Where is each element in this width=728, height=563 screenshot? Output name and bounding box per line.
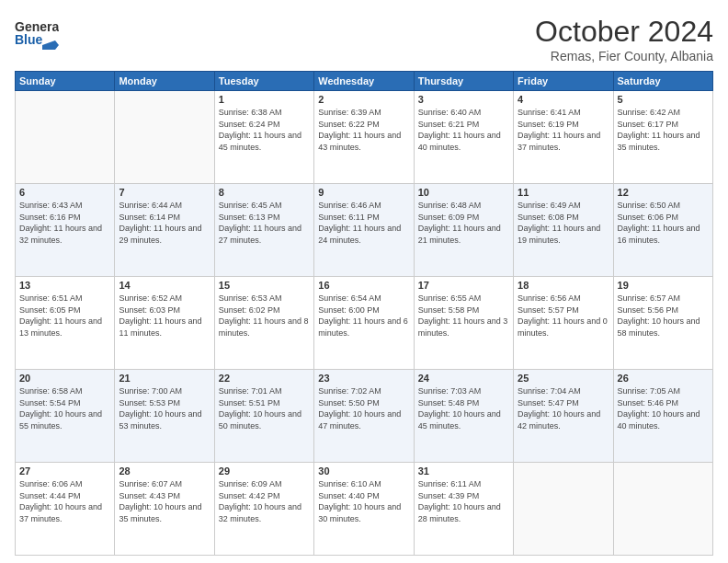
day-number: 7 [119,187,210,198]
calendar-cell: 25Sunrise: 7:04 AM Sunset: 5:47 PM Dayli… [514,370,613,463]
calendar-cell: 7Sunrise: 6:44 AM Sunset: 6:14 PM Daylig… [115,184,214,277]
day-number: 13 [19,280,110,291]
svg-marker-2 [42,40,59,50]
day-number: 23 [318,373,409,384]
day-number: 18 [518,280,609,291]
svg-text:Blue: Blue [15,32,43,47]
calendar-cell: 20Sunrise: 6:58 AM Sunset: 5:54 PM Dayli… [16,370,115,463]
day-info: Sunrise: 6:50 AM Sunset: 6:06 PM Dayligh… [618,200,709,246]
day-number: 25 [518,373,609,384]
calendar-cell: 30Sunrise: 6:10 AM Sunset: 4:40 PM Dayli… [314,463,414,556]
calendar-cell: 28Sunrise: 6:07 AM Sunset: 4:43 PM Dayli… [115,463,214,556]
day-info: Sunrise: 6:43 AM Sunset: 6:16 PM Dayligh… [19,200,110,246]
day-number: 16 [318,280,409,291]
calendar-cell: 31Sunrise: 6:11 AM Sunset: 4:39 PM Dayli… [414,463,513,556]
day-info: Sunrise: 6:11 AM Sunset: 4:39 PM Dayligh… [418,478,509,524]
day-number: 9 [318,187,409,198]
calendar-cell: 17Sunrise: 6:55 AM Sunset: 5:58 PM Dayli… [414,277,513,370]
day-header-sunday: Sunday [16,72,115,91]
calendar-cell: 1Sunrise: 6:38 AM Sunset: 6:24 PM Daylig… [214,91,313,184]
day-number: 1 [219,94,310,105]
calendar-cell: 27Sunrise: 6:06 AM Sunset: 4:44 PM Dayli… [16,463,115,556]
month-title: October 2024 [535,15,713,49]
day-header-tuesday: Tuesday [214,72,313,91]
calendar-week-row: 20Sunrise: 6:58 AM Sunset: 5:54 PM Dayli… [16,370,713,463]
day-header-wednesday: Wednesday [314,72,414,91]
day-info: Sunrise: 6:54 AM Sunset: 6:00 PM Dayligh… [318,293,409,339]
calendar-cell: 21Sunrise: 7:00 AM Sunset: 5:53 PM Dayli… [115,370,214,463]
calendar-cell: 18Sunrise: 6:56 AM Sunset: 5:57 PM Dayli… [514,277,613,370]
calendar-week-row: 27Sunrise: 6:06 AM Sunset: 4:44 PM Dayli… [16,463,713,556]
day-info: Sunrise: 6:56 AM Sunset: 5:57 PM Dayligh… [518,293,609,339]
logo-icon: General Blue [15,15,59,52]
day-info: Sunrise: 6:39 AM Sunset: 6:22 PM Dayligh… [318,107,409,153]
calendar-cell: 12Sunrise: 6:50 AM Sunset: 6:06 PM Dayli… [613,184,712,277]
day-info: Sunrise: 6:40 AM Sunset: 6:21 PM Dayligh… [418,107,509,153]
calendar-cell: 9Sunrise: 6:46 AM Sunset: 6:11 PM Daylig… [314,184,414,277]
day-number: 29 [219,465,310,477]
day-number: 3 [418,94,509,105]
day-info: Sunrise: 7:02 AM Sunset: 5:50 PM Dayligh… [318,385,409,431]
day-info: Sunrise: 6:48 AM Sunset: 6:09 PM Dayligh… [418,200,509,246]
page-header: General Blue October 2024 Remas, Fier Co… [15,15,713,63]
day-info: Sunrise: 6:57 AM Sunset: 5:56 PM Dayligh… [618,293,709,339]
calendar-cell [16,91,115,184]
day-number: 24 [418,373,509,384]
calendar-cell: 8Sunrise: 6:45 AM Sunset: 6:13 PM Daylig… [214,184,313,277]
day-info: Sunrise: 6:51 AM Sunset: 6:05 PM Dayligh… [19,293,110,339]
day-number: 10 [418,187,509,198]
day-number: 27 [19,465,110,477]
day-header-saturday: Saturday [613,72,712,91]
calendar-cell: 4Sunrise: 6:41 AM Sunset: 6:19 PM Daylig… [514,91,613,184]
day-info: Sunrise: 7:03 AM Sunset: 5:48 PM Dayligh… [418,385,509,431]
calendar-cell: 3Sunrise: 6:40 AM Sunset: 6:21 PM Daylig… [414,91,513,184]
day-info: Sunrise: 6:09 AM Sunset: 4:42 PM Dayligh… [219,478,310,524]
day-info: Sunrise: 6:10 AM Sunset: 4:40 PM Dayligh… [318,478,409,524]
calendar-cell: 15Sunrise: 6:53 AM Sunset: 6:02 PM Dayli… [214,277,313,370]
day-number: 8 [219,187,310,198]
day-number: 17 [418,280,509,291]
calendar-week-row: 1Sunrise: 6:38 AM Sunset: 6:24 PM Daylig… [16,91,713,184]
calendar-cell: 19Sunrise: 6:57 AM Sunset: 5:56 PM Dayli… [613,277,712,370]
logo: General Blue [15,15,59,52]
calendar-cell: 14Sunrise: 6:52 AM Sunset: 6:03 PM Dayli… [115,277,214,370]
calendar-cell: 2Sunrise: 6:39 AM Sunset: 6:22 PM Daylig… [314,91,414,184]
calendar-week-row: 13Sunrise: 6:51 AM Sunset: 6:05 PM Dayli… [16,277,713,370]
day-info: Sunrise: 6:52 AM Sunset: 6:03 PM Dayligh… [119,293,210,339]
day-number: 22 [219,373,310,384]
day-number: 4 [518,94,609,105]
calendar-cell [613,463,712,556]
calendar-week-row: 6Sunrise: 6:43 AM Sunset: 6:16 PM Daylig… [16,184,713,277]
location-subtitle: Remas, Fier County, Albania [535,49,713,63]
day-number: 26 [618,373,709,384]
calendar-cell: 11Sunrise: 6:49 AM Sunset: 6:08 PM Dayli… [514,184,613,277]
day-number: 21 [119,373,210,384]
day-info: Sunrise: 6:55 AM Sunset: 5:58 PM Dayligh… [418,293,509,339]
page-container: General Blue October 2024 Remas, Fier Co… [0,0,728,563]
day-number: 6 [19,187,110,198]
day-info: Sunrise: 6:07 AM Sunset: 4:43 PM Dayligh… [119,478,210,524]
day-number: 2 [318,94,409,105]
day-info: Sunrise: 6:53 AM Sunset: 6:02 PM Dayligh… [219,293,310,339]
calendar-cell: 24Sunrise: 7:03 AM Sunset: 5:48 PM Dayli… [414,370,513,463]
calendar-cell: 26Sunrise: 7:05 AM Sunset: 5:46 PM Dayli… [613,370,712,463]
day-info: Sunrise: 6:44 AM Sunset: 6:14 PM Dayligh… [119,200,210,246]
day-number: 11 [518,187,609,198]
calendar-cell [115,91,214,184]
day-number: 30 [318,465,409,477]
title-area: October 2024 Remas, Fier County, Albania [535,15,713,63]
calendar-header-row: SundayMondayTuesdayWednesdayThursdayFrid… [16,72,713,91]
day-number: 19 [618,280,709,291]
day-info: Sunrise: 7:04 AM Sunset: 5:47 PM Dayligh… [518,385,609,431]
calendar-cell: 23Sunrise: 7:02 AM Sunset: 5:50 PM Dayli… [314,370,414,463]
day-number: 15 [219,280,310,291]
day-number: 20 [19,373,110,384]
calendar-cell: 6Sunrise: 6:43 AM Sunset: 6:16 PM Daylig… [16,184,115,277]
day-header-monday: Monday [115,72,214,91]
day-info: Sunrise: 6:49 AM Sunset: 6:08 PM Dayligh… [518,200,609,246]
day-info: Sunrise: 6:38 AM Sunset: 6:24 PM Dayligh… [219,107,310,153]
calendar-cell [514,463,613,556]
day-header-friday: Friday [514,72,613,91]
day-info: Sunrise: 6:45 AM Sunset: 6:13 PM Dayligh… [219,200,310,246]
day-info: Sunrise: 6:46 AM Sunset: 6:11 PM Dayligh… [318,200,409,246]
